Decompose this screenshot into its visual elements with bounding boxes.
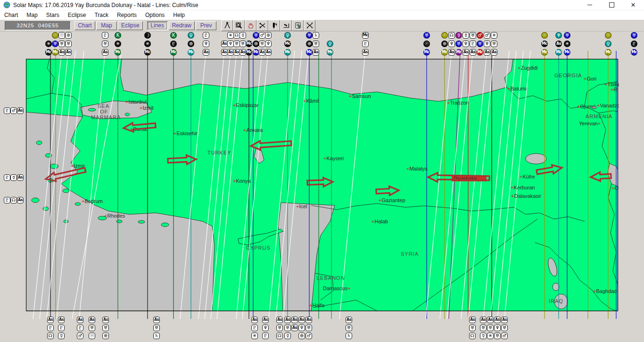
- redraw-button[interactable]: Redraw: [169, 21, 195, 30]
- planet-glyph-badge: K: [115, 32, 121, 39]
- report-icon[interactable]: [292, 20, 304, 31]
- planet-glyph-badge: ⊕: [265, 32, 272, 39]
- planet-glyph-badge: ✳: [227, 32, 234, 39]
- city-label-gjumri: +Gjumri: [577, 104, 595, 109]
- menu-help[interactable]: Help: [169, 11, 189, 19]
- planet-glyph-badge: ☿: [462, 32, 469, 39]
- planet-glyph-badge: ♇: [4, 197, 10, 204]
- menu-map[interactable]: Map: [22, 11, 41, 19]
- planet-glyph-badge: ♅: [346, 325, 352, 331]
- planet-glyph-badge: ☊: [10, 197, 17, 204]
- city-label-kâmil: +Kâmil: [303, 98, 319, 104]
- planet-glyph-badge: ♆: [227, 41, 234, 47]
- as-line-badge: As: [17, 107, 24, 114]
- toolbar: 32N25 040E55 ChartMapEclipseLinesRedrawP…: [0, 20, 644, 32]
- planet-glyph-badge: ☿: [58, 333, 65, 339]
- menu-reports[interactable]: Reports: [113, 11, 141, 19]
- planet-glyph-badge: ☿: [455, 32, 462, 39]
- city-label-icel: +Icel: [296, 204, 307, 209]
- planet-glyph-badge: ♂: [477, 32, 483, 39]
- planet-glyph-badge: ♅: [89, 325, 95, 331]
- city-label-kerburan: +Kerburan: [511, 185, 535, 190]
- mc-line-badge: Mc: [631, 49, 637, 56]
- planet-glyph-badge: ♆: [448, 41, 455, 47]
- planet-glyph-badge: ☉: [52, 32, 58, 39]
- planet-glyph-badge: ♅: [102, 325, 109, 331]
- map-canvas[interactable]: +ZugdidiGEORGIA+Gori+Tbilis+R+Batumi+Gju…: [26, 51, 619, 319]
- minimize-button[interactable]: [579, 0, 601, 10]
- city-label-kayseri: +Kayseri: [323, 155, 344, 161]
- region-label-sea: SEA: [98, 103, 109, 109]
- planet-glyph-badge: ☿: [10, 174, 17, 181]
- mc-line-badge: Mc: [362, 32, 369, 39]
- planet-glyph-badge: ⊕: [253, 41, 259, 47]
- menu-track[interactable]: Track: [90, 11, 113, 19]
- planet-glyph-badge: ♅: [233, 41, 240, 47]
- planet-glyph-badge: ☊: [233, 32, 240, 39]
- city-label-konya: +Konya: [233, 178, 251, 184]
- crossing-lines-icon[interactable]: [256, 20, 268, 31]
- planet-glyph-badge: ♆: [262, 325, 269, 331]
- planet-glyph-badge: ☊: [47, 333, 54, 339]
- planet-glyph-badge: ♂: [259, 32, 265, 39]
- city-label-vanadzor: +Vanadzor: [597, 103, 619, 108]
- planet-glyph-badge: ♅: [455, 41, 462, 47]
- as-line-badge: As: [17, 197, 24, 204]
- planet-glyph-badge: ☉: [605, 32, 611, 39]
- planet-glyph-badge: ♆: [265, 41, 272, 47]
- menu-options[interactable]: Options: [141, 11, 169, 19]
- planet-glyph-badge: ⊕: [188, 41, 194, 47]
- planet-glyph-badge: ✳: [115, 41, 121, 47]
- eclipse-button[interactable]: Eclipse: [118, 21, 143, 30]
- region-label-iraq: IRAQ: [549, 298, 563, 304]
- zoom-icon[interactable]: [233, 20, 245, 31]
- as-line-badge: As: [291, 325, 298, 331]
- planet-glyph-badge: ♅: [239, 41, 246, 47]
- paint-roller-icon[interactable]: [268, 20, 280, 31]
- chart-button[interactable]: Chart: [74, 21, 95, 30]
- planet-glyph-badge: ♀: [327, 41, 333, 47]
- planet-glyph-badge: ♇: [170, 41, 177, 47]
- lines-button[interactable]: Lines: [147, 21, 168, 30]
- region-label-armenia: ARMENIA: [586, 114, 612, 119]
- city-label-halab: +Halab: [372, 219, 388, 224]
- extend-line-icon[interactable]: [280, 20, 292, 31]
- planet-glyph-badge: ♇: [251, 325, 258, 331]
- planet-glyph-badge: ♅: [306, 32, 313, 39]
- planet-glyph-badge: ♅: [102, 41, 108, 47]
- as-line-badge: As: [221, 41, 228, 47]
- compass-icon[interactable]: [221, 20, 233, 31]
- maximize-button[interactable]: [601, 0, 622, 10]
- menu-eclipse[interactable]: Eclipse: [64, 11, 91, 19]
- planet-glyph-badge: ♇: [58, 325, 65, 331]
- parans-icon[interactable]: [304, 20, 315, 31]
- menu-chart[interactable]: Chart: [0, 11, 22, 19]
- window-controls: ✕: [579, 0, 644, 10]
- city-label-malatya: +Malatya: [406, 166, 428, 171]
- toolbar-buttons: ChartMapEclipseLinesRedrawPrev: [74, 21, 217, 30]
- mc-line-badge: Mc: [246, 41, 252, 47]
- menu-stars[interactable]: Stars: [42, 11, 64, 19]
- planet-glyph-badge: ☿: [239, 32, 246, 39]
- planet-glyph-badge: ♅: [480, 325, 487, 331]
- planet-glyph-badge: ♇: [470, 41, 476, 47]
- city-label-ankara: +Ankara: [243, 127, 263, 133]
- as-line-badge: As: [17, 174, 24, 181]
- map-button[interactable]: Map: [96, 21, 117, 30]
- prev-button[interactable]: Prev: [196, 21, 216, 30]
- planet-glyph-badge: ♅: [313, 41, 319, 47]
- pan-hand-icon[interactable]: [245, 20, 256, 31]
- planet-glyph-badge: ♄: [153, 333, 160, 339]
- planet-glyph-badge: ☿: [480, 333, 487, 339]
- planet-glyph-badge: ♅: [153, 325, 160, 331]
- planet-glyph-badge: ♆: [484, 41, 490, 47]
- planet-glyph-badge: ♄: [346, 333, 352, 339]
- planet-glyph-badge: ☽: [144, 32, 151, 39]
- close-button[interactable]: ✕: [622, 0, 644, 10]
- title-bar: Solar Maps: 17.06.2019 Yay Burcunda Dolu…: [0, 0, 644, 10]
- menu-bar: ChartMapStarsEclipseTrackReportsOptionsH…: [0, 10, 644, 20]
- city-label-damascus: Damascus+: [323, 285, 350, 291]
- planet-glyph-badge: ♆: [494, 325, 501, 331]
- planet-glyph-badge: ☊: [276, 333, 283, 339]
- planet-glyph-badge: ♂: [484, 32, 490, 39]
